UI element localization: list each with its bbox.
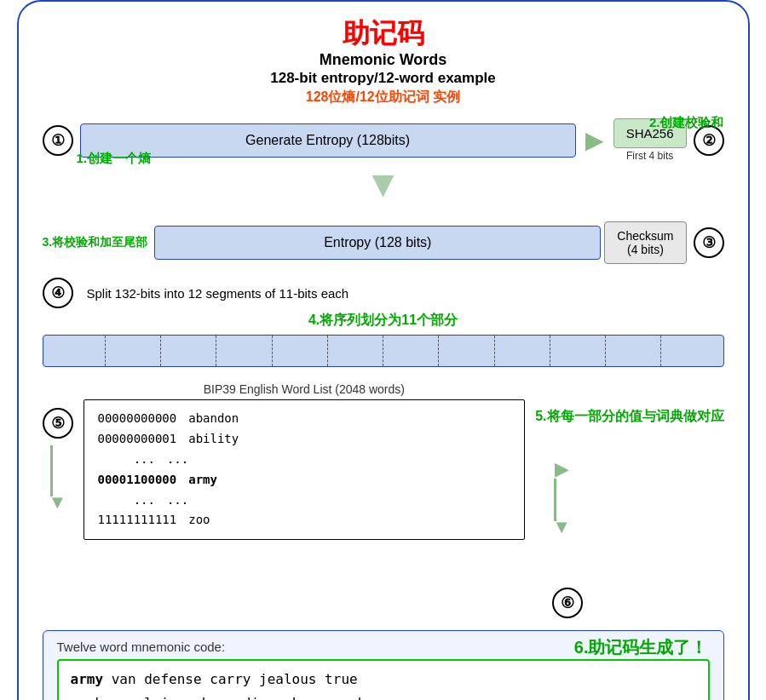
bip39-word-zoo: zoo (188, 510, 210, 531)
seg-cell-7 (383, 336, 439, 366)
step2-label: 2.创建校验和 (649, 115, 724, 131)
subtitle-cn: 128位熵/12位助记词 实例 (43, 89, 724, 106)
entropy128-box: Entropy (128 bits) (154, 226, 601, 260)
bip39-bits-army: 00001100000 (98, 470, 177, 491)
bip39-bits-2: 00000000001 (98, 429, 177, 450)
seg-cell-4 (216, 336, 272, 366)
arrow-down-green-icon: ▼ (49, 493, 67, 512)
seg-cell-10 (550, 336, 606, 366)
bip39-label: BIP39 English Word List (2048 words) (84, 382, 526, 396)
bip39-word-2: ability (188, 429, 239, 450)
entropy-box: Generate Entropy (128bits) (80, 123, 576, 158)
subtitle1: Mnemonic Words (43, 51, 724, 69)
seg-cell-5 (273, 336, 328, 366)
segment-bar (43, 335, 724, 367)
bip39-word-dots1: ... (167, 450, 188, 470)
title-section: 助记码 Mnemonic Words 128-bit entropy/12-wo… (43, 17, 724, 106)
bip39-row-dots1: ... ... (98, 450, 511, 470)
big-arrow-down-icon: ▼ (365, 165, 402, 203)
bip39-word-dots2: ... (167, 491, 188, 511)
mnemonic-first-word: army (71, 671, 104, 687)
bip39-word-army: army (188, 470, 217, 491)
arrow-line2-icon (554, 479, 569, 521)
arrow-right-green-icon: ▶ (555, 460, 569, 479)
circle-3: ③ (694, 227, 724, 258)
step1-row: ① Generate Entropy (128bits) ▶ SHA256 Fi… (43, 118, 724, 162)
step3-label: 3.将校验和加至尾部 (43, 235, 148, 250)
main-card: 助记码 Mnemonic Words 128-bit entropy/12-wo… (17, 0, 750, 700)
step1-label: 1.创建一个熵 (77, 151, 152, 167)
bip39-bits-zoo: 11111111111 (98, 510, 177, 531)
subtitle2: 128-bit entropy/12-word example (43, 70, 724, 87)
arrow-down2-green-icon: ▼ (552, 518, 571, 536)
step5-right: 5.将每一部分的值与词典做对应 ▶ ▼ ⑥ (535, 382, 723, 618)
bip39-row-1: 00000000000 abandon (98, 409, 511, 429)
bip39-table: 00000000000 abandon 00000000001 ability … (84, 399, 526, 540)
step5-label-cn: 5.将每一部分的值与词典做对应 (535, 408, 723, 426)
seg-cell-9 (495, 336, 550, 366)
bip39-row-2: 00000000001 ability (98, 429, 511, 450)
circle-5: ⑤ (43, 408, 73, 439)
arrow-right-icon: ▶ (576, 126, 613, 154)
sha256-sub: First 4 bits (613, 150, 687, 162)
arrow-line-icon (50, 445, 66, 496)
arrow-down-wrap: ▼ (43, 165, 724, 203)
step5-left: ⑤ ▼ (43, 382, 73, 512)
circle-6: ⑥ (552, 588, 583, 618)
seg-cell-8 (439, 336, 494, 366)
circle-4: ④ (43, 278, 73, 308)
segment-bar-inner (50, 336, 717, 366)
main-title: 助记码 (43, 17, 724, 49)
seg-cell-12 (661, 336, 716, 366)
checksum-box: Checksum (4 bits) (604, 221, 686, 264)
bip39-word-1: abandon (188, 409, 239, 429)
seg-cell-11 (606, 336, 661, 366)
bip39-row-dots2: ... ... (98, 491, 511, 511)
arrow-right-down-wrap: ▶ ▼ (552, 460, 571, 536)
bip39-bits-dots1: ... (98, 450, 155, 470)
bip39-bits-1: 00000000000 (98, 409, 177, 429)
mnemonic-box: army van defense carry jealous true garb… (57, 659, 710, 700)
step4-label: Split 132-bits into 12 segments of 11-bi… (87, 286, 349, 301)
seg-cell-1 (50, 336, 106, 366)
bip39-row-army: 00001100000 army (98, 470, 511, 491)
seg-cell-2 (106, 336, 161, 366)
bip39-bits-dots2: ... (98, 491, 155, 511)
mnemonic-rest: van defense carry jealous true garbage c… (71, 671, 366, 700)
step3-row: 3.将校验和加至尾部 Entropy (128 bits) Checksum (… (43, 221, 724, 264)
step4-label-cn: 4.将序列划分为11个部分 (43, 312, 724, 330)
step6-label: 6.助记码生成了！ (574, 636, 708, 659)
step4-section: ④ Split 132-bits into 12 segments of 11-… (43, 278, 724, 367)
arrow-down-green-wrap: ▼ (49, 445, 67, 512)
seg-cell-3 (161, 336, 216, 366)
step6-section: Twelve word mnemonic code: army van defe… (43, 630, 724, 700)
seg-cell-6 (328, 336, 383, 366)
step5-section: ⑤ ▼ BIP39 English Word List (2048 words)… (43, 382, 724, 618)
circle-1: ① (43, 125, 73, 156)
bip39-table-wrap: BIP39 English Word List (2048 words) 000… (84, 382, 526, 540)
bip39-row-zoo: 11111111111 zoo (98, 510, 511, 531)
step4-row: ④ Split 132-bits into 12 segments of 11-… (43, 278, 724, 308)
